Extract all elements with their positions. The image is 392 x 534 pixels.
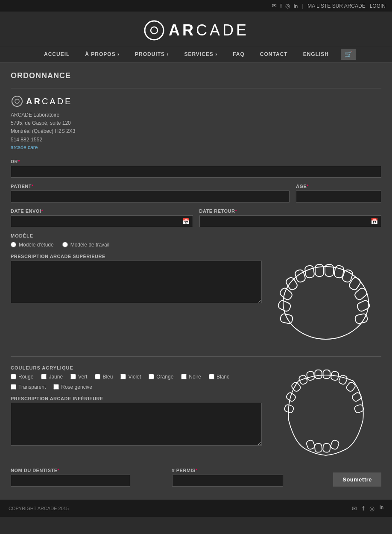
color-violet[interactable]: Violet [120,374,141,380]
couleurs-prescription-group: COULEURS ACRYLIQUE Rouge Jaune Vert Bleu [11,365,262,459]
footer-facebook-icon[interactable]: f [362,505,364,512]
svg-rect-21 [306,371,315,381]
nav-accueil[interactable]: ACCUEIL [36,46,77,62]
nav-apropos[interactable]: À PROPOS › [77,46,127,62]
modele-etude-option[interactable]: Modèle d'étude [11,242,54,248]
prescription-inf-textarea[interactable] [11,403,262,446]
date-retour-label: Date retour* [199,208,382,214]
company-website[interactable]: arcade.care [11,144,38,150]
prescription-inf-label: Prescription arcade inférieure [11,396,262,401]
svg-rect-25 [291,381,301,392]
tooth-diagram-lower-icon [275,365,377,459]
prescription-superieure-section: Prescription arcade supérieure [11,254,381,348]
submit-button[interactable]: Soumettre [333,472,381,487]
page-content: ORDONNANCE ARCADE ARCADE Laboratoire 579… [0,63,392,499]
page-title: ORDONNANCE [11,71,381,80]
site-footer: COPYRIGHT ARCADE 2015 ✉ f ◎ in [0,499,392,517]
prescription-sup-textarea[interactable] [11,261,262,303]
svg-rect-31 [306,440,315,450]
color-vert[interactable]: Vert [70,374,87,380]
color-jaune[interactable]: Jaune [41,374,63,380]
color-blanc[interactable]: Blanc [209,374,229,380]
color-transparent[interactable]: Transparent [11,384,46,390]
color-rouge[interactable]: Rouge [11,374,33,380]
permis-input[interactable] [172,475,283,487]
svg-rect-34 [330,440,339,450]
footer-social-icons: ✉ f ◎ in [352,505,383,512]
checkbox-bleu[interactable] [95,374,100,379]
prescription-sup-left: Prescription arcade supérieure [11,254,262,348]
checkbox-noire[interactable] [181,374,187,379]
svg-rect-17 [280,313,293,324]
svg-rect-12 [348,276,362,291]
dr-label: DR* [11,159,381,164]
patient-group: PATIENT* [11,184,290,202]
linkedin-icon[interactable]: in [293,3,298,9]
date-envoi-group: Date envoi* 📅 [11,208,193,227]
nav-faq[interactable]: FAQ [225,46,252,62]
letterhead-logo-text: ARCADE [26,97,72,106]
footer-linkedin-icon[interactable]: in [380,505,383,512]
svg-rect-32 [314,443,322,452]
footer-instagram-icon[interactable]: ◎ [369,505,374,512]
permis-group: # permis* [172,468,325,487]
nav-contact[interactable]: CONTACT [252,46,295,62]
svg-rect-20 [323,370,331,378]
tooth-diagram-upper-wrap [270,254,381,348]
date-retour-group: Date retour* 📅 [199,208,382,227]
patient-label: PATIENT* [11,184,290,189]
checkbox-rouge[interactable] [11,374,16,379]
age-group: ÂGE* [296,184,381,202]
date-envoi-input[interactable] [11,215,193,227]
nav-english[interactable]: ENGLISH [295,46,336,62]
nav-produits[interactable]: PRODUITS › [127,46,176,62]
tooth-diagram-upper-icon [275,254,377,348]
company-address2: Montréal (Québec) H2S 2X3 [11,127,381,135]
my-list-link[interactable]: MA LISTE SUR ARCADE [307,3,365,9]
checkbox-orange[interactable] [149,374,154,379]
mail-icon[interactable] [272,3,277,9]
dr-field-group: DR* [11,159,381,178]
footer-copyright: COPYRIGHT ARCADE 2015 [9,506,69,511]
checkbox-vert[interactable] [70,374,76,379]
letterhead-logo-icon [11,95,23,108]
checkbox-transparent[interactable] [11,384,16,390]
color-orange[interactable]: Orange [149,374,173,380]
footer-mail-icon[interactable]: ✉ [352,505,357,512]
couleurs-label: COULEURS ACRYLIQUE [11,365,262,370]
svg-point-0 [145,21,164,40]
svg-rect-5 [315,264,324,276]
site-header: ARCADE [0,12,392,46]
company-name: ARCADE Laboratoire [11,111,381,119]
color-noire[interactable]: Noire [181,374,201,380]
tooth-diagram-lower-wrap [270,365,381,459]
dr-input[interactable] [11,166,381,178]
nav-services[interactable]: SERVICES › [176,46,225,62]
color-bleu[interactable]: Bleu [95,374,113,380]
age-label: ÂGE* [296,184,381,189]
svg-rect-7 [304,265,315,278]
modele-etude-radio[interactable] [11,242,16,247]
login-link[interactable]: LOGIN [370,3,386,9]
date-retour-input[interactable] [199,215,382,227]
date-retour-wrap: 📅 [199,215,382,227]
instagram-icon[interactable]: ◎ [285,3,290,9]
checkbox-rose-gencive[interactable] [53,384,59,390]
prescription-sup-label: Prescription arcade supérieure [11,254,262,259]
checkbox-blanc[interactable] [209,374,214,379]
checkbox-jaune[interactable] [41,374,47,379]
modele-travail-option[interactable]: Modèle de travail [62,242,109,248]
svg-rect-29 [284,404,295,413]
checkbox-violet[interactable] [120,374,126,379]
modele-radio-group: Modèle d'étude Modèle de travail [11,242,381,248]
cart-button[interactable]: 🛒 [341,49,356,60]
color-rose-gencive[interactable]: Rose gencive [53,384,92,390]
nom-dentiste-label: NOM DU DENTISTE* [11,468,164,473]
nom-dentiste-input[interactable] [11,475,130,487]
svg-point-1 [151,27,158,34]
modele-label: MODÈLE [11,233,381,238]
age-input[interactable] [296,191,381,202]
modele-travail-radio[interactable] [62,242,68,247]
facebook-icon[interactable]: f [280,3,282,9]
patient-input[interactable] [11,191,290,202]
